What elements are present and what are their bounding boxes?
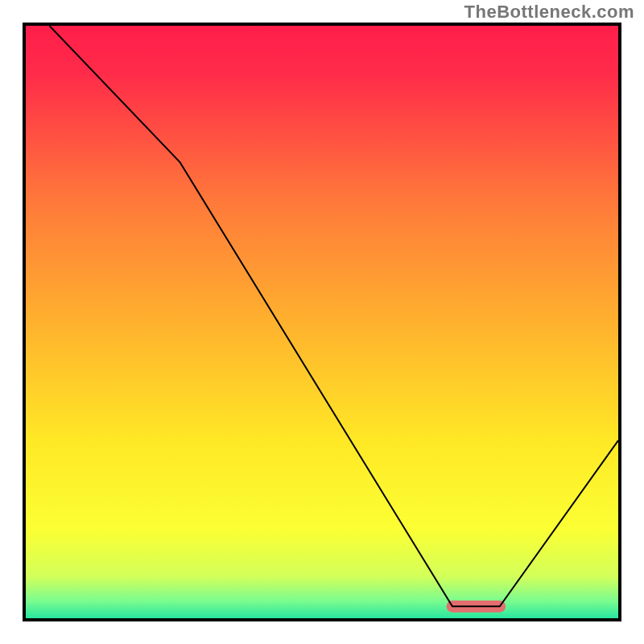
chart-container: TheBottleneck.com (0, 0, 644, 644)
watermark-text: TheBottleneck.com (464, 2, 634, 23)
chart-frame (23, 23, 621, 621)
heat-background (26, 26, 618, 618)
chart-svg (26, 26, 618, 618)
